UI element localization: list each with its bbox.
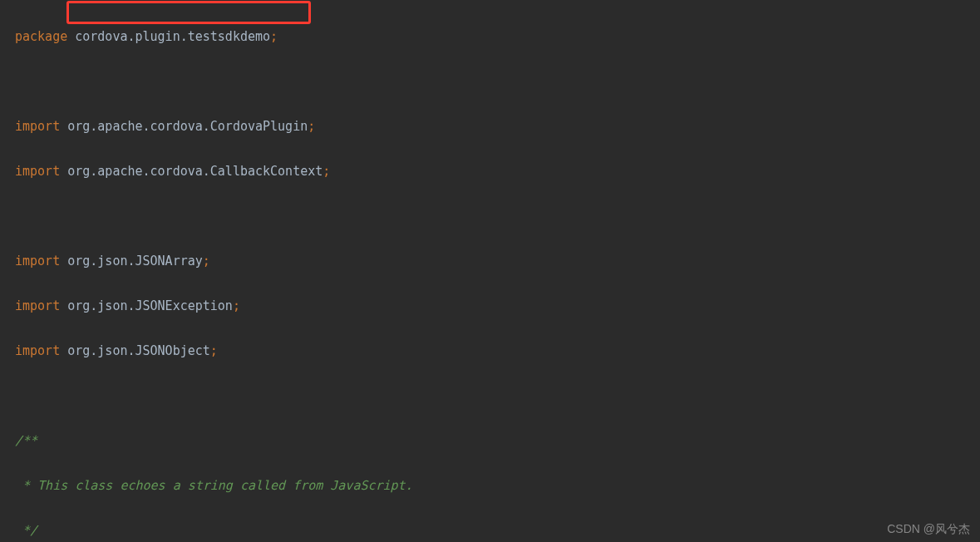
keyword-import: import <box>15 298 67 313</box>
code-line: import org.json.JSONObject; <box>15 340 980 362</box>
code-line: package cordova.plugin.testsdkdemo; <box>15 26 980 48</box>
javadoc-line: /** <box>15 430 980 452</box>
code-line: import org.apache.cordova.CallbackContex… <box>15 160 980 183</box>
code-line: import org.json.JSONArray; <box>15 250 980 273</box>
javadoc-line: */ <box>15 520 980 542</box>
blank-line <box>15 71 980 93</box>
code-line: import org.json.JSONException; <box>15 295 980 318</box>
watermark-text: CSDN @风兮杰 <box>887 522 970 537</box>
keyword-import: import <box>15 343 67 358</box>
keyword-import: import <box>15 254 67 269</box>
javadoc-line: * This class echoes a string called from… <box>15 475 980 497</box>
blank-line <box>15 205 980 228</box>
package-name: cordova.plugin.testsdkdemo <box>75 29 270 44</box>
blank-line <box>15 385 980 407</box>
code-line: import org.apache.cordova.CordovaPlugin; <box>15 116 980 138</box>
keyword-import: import <box>15 119 67 134</box>
keyword-import: import <box>15 164 67 179</box>
keyword-package: package <box>15 29 75 44</box>
code-editor[interactable]: package cordova.plugin.testsdkdemo; impo… <box>0 0 980 542</box>
